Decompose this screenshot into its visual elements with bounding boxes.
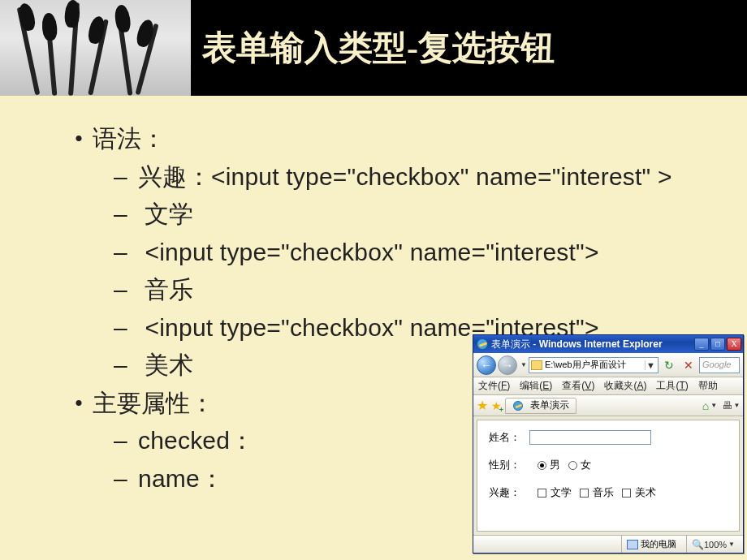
nav-history-dropdown[interactable]: ▼ [520,361,527,368]
menu-tools[interactable]: 工具(T) [656,379,688,393]
syntax-line-2: 文学 [138,196,698,234]
ie-window: 表单演示 - Windows Internet Explorer _ □ X ←… [473,334,744,554]
section-syntax-heading: 语法： [93,120,698,158]
syntax-line-1: 兴趣：<input type="checkbox" name="interest… [138,158,698,196]
zoom-value: 100% [704,540,727,549]
close-button[interactable]: X [727,338,741,351]
home-button[interactable]: ⌂▼ [701,397,719,415]
forward-button[interactable]: → [498,355,517,375]
form-row-name: 姓名： [489,430,728,445]
checkbox-music-label: 音乐 [593,485,614,500]
ie-logo-icon [477,338,488,350]
refresh-button[interactable]: ↻ [660,356,678,374]
radio-male-label: 男 [550,458,560,472]
ie-tab-toolbar: ★ ★ 表单演示 ⌂▼ 🖶▼ [473,395,743,416]
address-text: E:\web用户界面设计 [545,359,645,371]
interest-label: 兴趣： [489,485,529,500]
ie-statusbar: 我的电脑 🔍 100% ▼ [473,535,743,553]
tab-label: 表单演示 [530,398,569,412]
menu-favorites[interactable]: 收藏夹(A) [604,379,646,393]
checkbox-literature-label: 文学 [551,485,572,500]
syntax-line-3: <input type="checkbox" name="interest"> [138,234,698,272]
checkbox-literature[interactable] [538,489,546,498]
ie-nav-toolbar: ← → ▼ E:\web用户界面设计 ▼ ↻ ✕ Google [473,353,743,377]
decorative-wheat-image [0,0,191,96]
ie-titlebar-text: 表单演示 - Windows Internet Explorer [491,338,663,351]
ie-title-page: 表单演示 [491,338,530,350]
ie-title-app: Windows Internet Explorer [539,338,663,350]
form-row-gender: 性别： 男 女 [489,458,728,472]
search-input[interactable]: Google [699,357,740,373]
name-input[interactable] [529,430,651,445]
ie-titlebar[interactable]: 表单演示 - Windows Internet Explorer _ □ X [473,335,743,353]
menu-view[interactable]: 查看(V) [562,379,594,393]
print-button[interactable]: 🖶▼ [722,397,740,415]
status-zone[interactable]: 我的电脑 [621,536,681,553]
radio-male[interactable] [538,461,546,470]
form-row-interest: 兴趣： 文学 音乐 美术 [489,485,728,500]
my-computer-icon [627,540,638,549]
radio-female-label: 女 [581,458,591,472]
minimize-button[interactable]: _ [694,338,709,351]
checkbox-music[interactable] [580,489,589,498]
favorites-icon[interactable]: ★ [477,398,488,413]
ie-menubar: 文件(F) 编辑(E) 查看(V) 收藏夹(A) 工具(T) 帮助 [473,377,743,395]
add-favorite-icon[interactable]: ★ [491,399,502,412]
tab-favicon-icon [513,401,523,411]
radio-female[interactable] [568,461,577,470]
syntax-line-4: 音乐 [138,271,698,309]
menu-file[interactable]: 文件(F) [478,379,510,393]
menu-edit[interactable]: 编辑(E) [520,379,552,393]
folder-icon [531,360,542,370]
stop-button[interactable]: ✕ [680,356,697,374]
address-dropdown-icon[interactable]: ▼ [645,360,656,370]
checkbox-art-label: 美术 [635,485,656,500]
checkbox-art[interactable] [622,489,631,498]
zoom-dropdown-icon[interactable]: ▼ [728,541,735,548]
page-content: 姓名： 性别： 男 女 兴趣： 文学 音乐 美术 [477,420,740,532]
gender-label: 性别： [489,458,529,472]
browser-tab[interactable]: 表单演示 [505,398,576,414]
name-label: 姓名： [489,430,529,445]
status-zoom[interactable]: 🔍 100% ▼ [686,536,740,553]
slide-title: 表单输入类型-复选按钮 [191,25,555,71]
address-bar[interactable]: E:\web用户界面设计 ▼ [529,357,658,373]
slide-header: 表单输入类型-复选按钮 [0,0,747,96]
back-button[interactable]: ← [477,355,496,375]
menu-help[interactable]: 帮助 [698,379,718,393]
status-zone-text: 我的电脑 [641,538,676,550]
maximize-button[interactable]: □ [710,338,725,351]
zoom-icon: 🔍 [692,539,704,550]
